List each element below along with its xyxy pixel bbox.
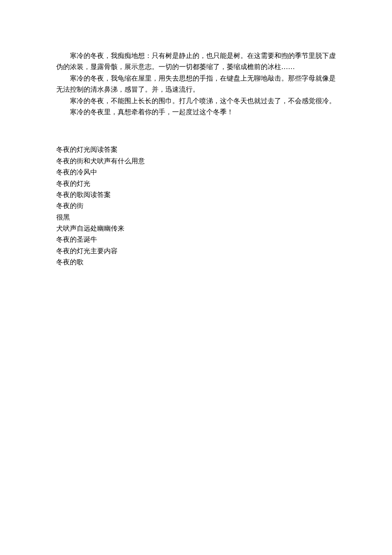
list-item: 犬吠声自远处幽幽传来 [56,223,336,234]
list-item: 冬夜的灯光 [56,178,336,189]
body-paragraph: 寒冷的冬夜，我痴痴地想：只有树是静止的，也只能是树。在这需要和煦的季节里脱下虚伪… [56,50,336,73]
list-item: 很黑 [56,212,336,223]
body-paragraph: 寒冷的冬夜里，真想牵着你的手，一起度过这个冬季！ [56,107,336,118]
body-paragraph: 寒冷的冬夜，我龟缩在屋里，用失去思想的手指，在键盘上无聊地敲击。那些字母就像是无… [56,73,336,95]
list-item: 冬夜的灯光主要内容 [56,246,336,257]
list-item: 冬夜的歌 [56,257,336,268]
body-paragraph: 寒冷的冬夜，不能围上长长的围巾。打几个喷涕，这个冬天也就过去了，不会感觉很冷。 [56,95,336,107]
list-item: 冬夜的街 [56,200,336,211]
list-item: 冬夜的街和犬吠声有什么用意 [56,156,336,167]
list-item: 冬夜的灯光阅读答案 [56,144,336,155]
list-item: 冬夜的歌阅读答案 [56,189,336,200]
related-list: 冬夜的灯光阅读答案 冬夜的街和犬吠声有什么用意 冬夜的冷风中 冬夜的灯光 冬夜的… [56,144,336,268]
list-item: 冬夜的冷风中 [56,167,336,178]
list-item: 冬夜的圣诞牛 [56,234,336,245]
document-page: 寒冷的冬夜，我痴痴地想：只有树是静止的，也只能是树。在这需要和煦的季节里脱下虚伪… [0,0,392,268]
